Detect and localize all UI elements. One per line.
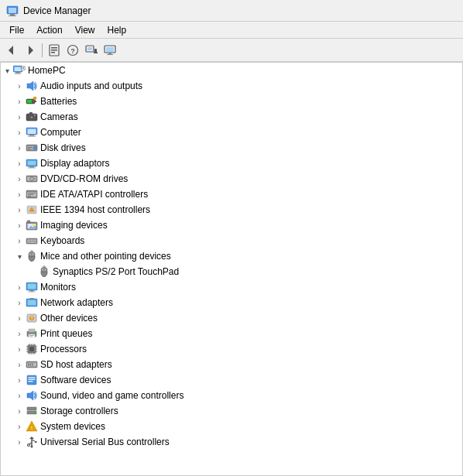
- expander-processors[interactable]: ›: [13, 343, 26, 355]
- expander-ieee[interactable]: ›: [13, 204, 26, 216]
- label-usb: Universal Serial Bus controllers: [40, 437, 170, 447]
- label-storage: Storage controllers: [40, 406, 118, 416]
- expander-display[interactable]: ›: [13, 157, 26, 170]
- label-ide: IDE ATA/ATAPI controllers: [40, 189, 148, 200]
- expander-cameras[interactable]: ›: [13, 111, 26, 123]
- expander-software[interactable]: ›: [13, 374, 26, 386]
- tree-node-ide[interactable]: › IDE ATA/ATAPI controllers: [1, 187, 462, 202]
- expander-network[interactable]: ›: [13, 296, 26, 309]
- svg-rect-43: [28, 147, 32, 148]
- menu-view[interactable]: View: [69, 23, 101, 37]
- tree-node-monitors[interactable]: › Monitors: [1, 279, 462, 295]
- label-computer: Computer: [40, 127, 81, 138]
- expander-monitors[interactable]: ›: [13, 281, 26, 293]
- tree-node-print[interactable]: › Print queues: [1, 326, 462, 341]
- tree-node-disk[interactable]: › Disk drives: [1, 140, 462, 156]
- expander-system[interactable]: ›: [13, 420, 26, 433]
- tree-node-batteries[interactable]: › Batteries: [1, 94, 462, 109]
- svg-rect-69: [33, 240, 35, 241]
- icon-display: [26, 157, 38, 170]
- tree-node-storage[interactable]: › Storage controllers: [1, 403, 462, 419]
- tree-node-cameras[interactable]: › Cameras: [1, 109, 462, 125]
- menu-file[interactable]: File: [3, 23, 30, 37]
- icon-computer: [26, 126, 38, 139]
- icon-batteries: [26, 95, 38, 108]
- toolbar: ?: [0, 39, 463, 62]
- expander-mice[interactable]: ▾: [13, 250, 26, 262]
- expander-dvd[interactable]: ›: [13, 173, 26, 185]
- tree-node-usb[interactable]: › Universal Serial Bus controllers: [1, 434, 462, 450]
- svg-rect-56: [28, 193, 36, 193]
- tree-node-homepc[interactable]: ▾ PC HomePC: [1, 63, 462, 78]
- menu-help[interactable]: Help: [101, 23, 133, 37]
- expander-storage[interactable]: ›: [13, 405, 26, 417]
- svg-rect-9: [51, 52, 55, 53]
- icon-audio: [26, 80, 38, 92]
- svg-rect-118: [28, 364, 29, 366]
- label-software: Software devices: [40, 375, 111, 385]
- expander-batteries[interactable]: ›: [13, 95, 26, 108]
- svg-rect-88: [29, 292, 36, 293]
- svg-rect-119: [30, 364, 32, 366]
- tree-node-mice[interactable]: ▾ Mice and other pointing devices: [1, 248, 462, 264]
- label-mice: Mice and other pointing devices: [40, 251, 171, 262]
- icon-usb: [26, 436, 38, 448]
- tree-node-computer[interactable]: › Computer: [1, 125, 462, 140]
- tree-node-sd[interactable]: › SD host adapters: [1, 357, 462, 372]
- tree-node-ieee[interactable]: › IEEE 1394 host controllers: [1, 202, 462, 217]
- svg-point-137: [28, 444, 30, 447]
- monitor-button[interactable]: [101, 42, 118, 59]
- tree-node-dvd[interactable]: › DVD/CD-ROM drives: [1, 171, 462, 187]
- expander-disk[interactable]: ›: [13, 142, 26, 154]
- expander-sd[interactable]: ›: [13, 358, 26, 371]
- icon-ide: [26, 188, 38, 200]
- svg-rect-70: [35, 240, 36, 241]
- label-print: Print queues: [40, 328, 92, 339]
- menu-action[interactable]: Action: [30, 23, 68, 37]
- help-button[interactable]: ?: [64, 42, 81, 59]
- icon-cameras: [26, 111, 38, 123]
- expander-homepc[interactable]: ▾: [1, 64, 13, 77]
- svg-rect-34: [29, 112, 33, 115]
- svg-rect-7: [51, 47, 57, 49]
- svg-rect-15: [94, 52, 98, 53]
- tree-node-touchpad[interactable]: › Synaptics PS/2 Port TouchPad: [1, 264, 462, 279]
- tree-node-software[interactable]: › Software devices: [1, 372, 462, 388]
- tree-node-processors[interactable]: › Processors: [1, 341, 462, 357]
- svg-rect-48: [28, 168, 36, 169]
- svg-point-64: [33, 224, 34, 225]
- svg-rect-39: [28, 136, 36, 137]
- tree-node-audio[interactable]: › Audio inputs and outputs: [1, 78, 462, 94]
- expander-audio[interactable]: ›: [13, 80, 26, 92]
- svg-rect-13: [87, 47, 92, 50]
- label-disk: Disk drives: [40, 142, 86, 153]
- tree-node-display[interactable]: › Display adaptors: [1, 156, 462, 171]
- tree-node-imaging[interactable]: › Imaging devices: [1, 217, 462, 233]
- expander-sound[interactable]: ›: [13, 389, 26, 402]
- label-monitors: Monitors: [40, 282, 76, 293]
- svg-rect-23: [15, 74, 21, 74]
- svg-rect-57: [28, 194, 33, 195]
- properties-button[interactable]: [46, 42, 63, 59]
- update-driver-button[interactable]: [83, 42, 100, 59]
- label-system: System devices: [40, 421, 105, 432]
- expander-keyboards[interactable]: ›: [13, 235, 26, 247]
- back-button[interactable]: [3, 42, 20, 59]
- tree-node-keyboards[interactable]: › Keyboards: [1, 233, 462, 248]
- expander-other[interactable]: ›: [13, 312, 26, 324]
- expander-usb[interactable]: ›: [13, 436, 26, 448]
- forward-button[interactable]: [22, 42, 39, 59]
- tree-node-sound[interactable]: › Sound, video and game controllers: [1, 388, 462, 403]
- tree-node-other[interactable]: › ? Other devices: [1, 310, 462, 326]
- expander-ide[interactable]: ›: [13, 188, 26, 200]
- app-title: Device Manager: [23, 5, 91, 16]
- svg-marker-26: [27, 81, 33, 91]
- tree-area[interactable]: ▾ PC HomePC › Audio inputs and outputs: [0, 62, 463, 476]
- expander-print[interactable]: ›: [13, 327, 26, 340]
- svg-rect-67: [29, 240, 31, 241]
- expander-imaging[interactable]: ›: [13, 219, 26, 231]
- expander-computer[interactable]: ›: [13, 126, 26, 139]
- tree-node-network[interactable]: › Network adapters: [1, 295, 462, 310]
- svg-point-30: [33, 97, 36, 100]
- tree-node-system[interactable]: › ! System devices: [1, 419, 462, 434]
